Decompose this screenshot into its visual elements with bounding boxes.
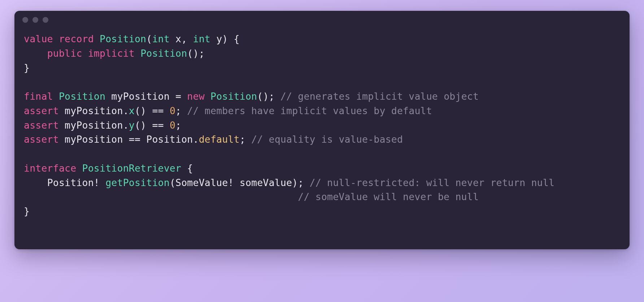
window-titlebar (14, 11, 630, 29)
code-line-2: public implicit Position(); (24, 48, 205, 59)
code-block: value record Position(int x, int y) { pu… (14, 29, 630, 219)
code-line-11: Position! getPosition(SomeValue! someVal… (24, 177, 554, 188)
code-line-13: } (24, 206, 30, 217)
code-line-3: } (24, 62, 30, 73)
code-line-6: assert myPosition.x() == 0; // members h… (24, 105, 432, 116)
traffic-light-zoom-icon[interactable] (43, 17, 48, 23)
code-line-12: // someValue will never be null (24, 191, 479, 202)
code-line-5: final Position myPosition = new Position… (24, 91, 479, 102)
code-line-10: interface PositionRetriever { (24, 163, 193, 174)
traffic-light-close-icon[interactable] (22, 17, 28, 23)
code-line-1: value record Position(int x, int y) { (24, 33, 240, 44)
traffic-light-minimize-icon[interactable] (32, 17, 38, 23)
code-window: value record Position(int x, int y) { pu… (14, 11, 630, 249)
code-line-7: assert myPosition.y() == 0; (24, 120, 181, 131)
code-line-8: assert myPosition == Position.default; /… (24, 134, 403, 145)
